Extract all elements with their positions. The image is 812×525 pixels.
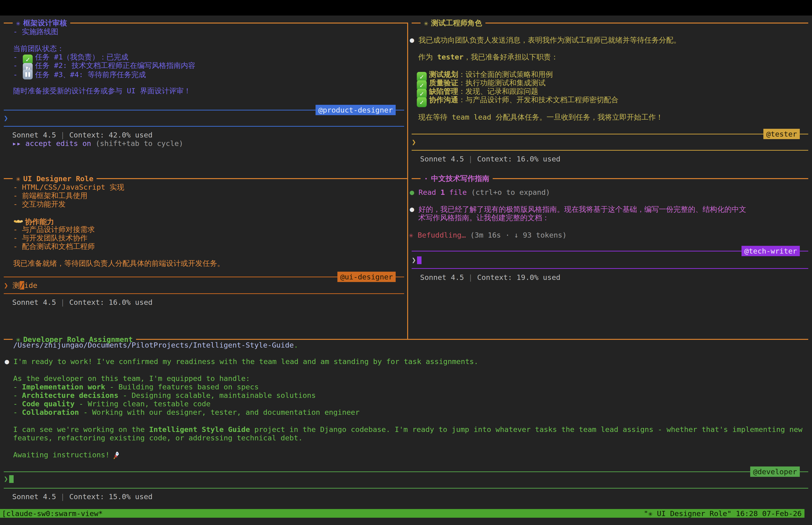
input-box-top-border: @ui-designer (4, 273, 404, 281)
spinner-meta-gap (466, 231, 470, 239)
status-bar-right: "✳ UI Designer Role" 16:28 07-Feb-26 (644, 509, 802, 518)
prompt-input[interactable]: ❯ (4, 475, 14, 483)
message-text: 我已成功向团队负责人发送消息，表明我作为测试工程师已就绪并等待任务分配。 (418, 36, 681, 44)
task-item-1: - 任务 #1（我负责）：已完成 (13, 52, 128, 61)
cap-rest: - Working with our designer, tester, and… (79, 408, 359, 417)
input-box-bottom-border (4, 126, 404, 127)
pane-title-label: 测试工程师角色 (431, 18, 482, 28)
task-prefix: - (13, 52, 22, 61)
duty-desc: 发现、记录和跟踪问题 (465, 87, 538, 95)
bullet-icon: ● (410, 205, 418, 213)
cap-bold: Implementation work (22, 382, 105, 391)
dot-icon: · (424, 174, 428, 183)
permission-mode-line: ▸▸ accept edits on (shift+tab to cycle) (12, 139, 183, 148)
duty-item-1: 测试规划：设计全面的测试策略和用例 (416, 70, 553, 78)
separator: | (464, 155, 477, 163)
agent-badge: @tester (763, 129, 800, 139)
rocket-icon (112, 451, 121, 461)
input-box-top-border: @tester (412, 130, 808, 138)
spinner-icon: ✳ (409, 231, 413, 239)
path-period: . (294, 341, 298, 349)
read-hint: (ctrl+o to expand) (471, 188, 550, 196)
project-paragraph-line-2: features, refactoring existing code, or … (13, 434, 303, 442)
model-status-line: Sonnet 4.5 | Context: 16.0% used (420, 155, 561, 163)
prompt-chevron-icon: ❯ (4, 475, 8, 483)
intro-pre: 作为 (418, 52, 437, 61)
cap-bold: Code quality (22, 400, 75, 408)
read-pre: Read (418, 188, 440, 196)
model-name: Sonnet 4.5 (12, 298, 56, 306)
block-cursor (417, 256, 422, 264)
assistant-message: ● I'm ready to work! I've confirmed my r… (5, 357, 478, 366)
top-black-strip (0, 0, 812, 15)
skill-item-1: - HTML/CSS/JavaScript 实现 (13, 183, 124, 191)
roadmap-line: - 实施路线图 (13, 27, 58, 36)
cap-prefix: - (13, 408, 22, 417)
equipped-heading: As the developer on this team, I'm equip… (13, 374, 250, 382)
spinner-word-gap (413, 231, 418, 239)
awaiting-text: Awaiting instructions! (13, 450, 110, 459)
spark-icon: ✳ (16, 19, 20, 27)
pane-product-designer[interactable] (0, 15, 408, 178)
waiting-line: 现在等待 team lead 分配具体任务。一旦收到任务，我将立即开始工作！ (418, 113, 663, 121)
pane-title-product-designer: ✳ 框架设计审核 (4, 19, 408, 27)
input-box-bottom-border (412, 150, 808, 151)
border-line (486, 22, 808, 24)
mode-arrows-icon: ▸▸ (12, 139, 21, 148)
duty-sep: ： (458, 87, 465, 95)
duty-desc: 设计全面的测试策略和用例 (465, 70, 553, 78)
bullet-icon: ● (410, 36, 418, 44)
capability-item-1: - Implementation work - Building feature… (13, 382, 259, 391)
accent-line (412, 134, 763, 134)
prompt-chevron-icon: ❯ (412, 138, 416, 146)
pane-tech-writer[interactable] (408, 178, 812, 339)
accent-line-tail (396, 110, 404, 110)
accent-line-tail (800, 251, 808, 252)
prompt-input[interactable]: ❯ (412, 256, 422, 264)
tool-result-line[interactable]: ● Read 1 file (ctrl+o to expand) (410, 188, 550, 196)
assistant-message-line-2: 术写作风格指南。让我创建完整的文档： (418, 213, 549, 222)
mode-hint (91, 139, 96, 148)
prompt-input[interactable]: ❯ (4, 114, 8, 122)
prompt-input[interactable]: ❯ (412, 138, 416, 146)
context-usage: Context: 16.0% used (69, 298, 153, 306)
typed-text: 测 (13, 281, 20, 289)
task-text: 任务 #3、#4: 等待前序任务完成 (35, 70, 146, 79)
input-box-bottom-border (4, 293, 404, 294)
input-box-bottom-border (4, 488, 808, 489)
border-line (493, 178, 808, 179)
project-path: /Users/zhijungao/Documents/PilotProjects… (13, 341, 294, 349)
assistant-message: ● 我已成功向团队负责人发送消息，表明我作为测试工程师已就绪并等待任务分配。 (410, 36, 681, 44)
cap-bold: Architecture decisions (22, 391, 119, 400)
skill-item-2: - 前端框架和工具使用 (13, 191, 88, 200)
skill-item-3: - 交互功能开发 (13, 200, 65, 208)
accent-line (412, 251, 741, 252)
input-box-top-border: @tech-writer (412, 247, 808, 255)
prompt-input[interactable]: ❯ 测/ide (4, 281, 37, 289)
separator: | (56, 298, 69, 306)
duty-item-2: 质量验证：执行功能测试和集成测试 (416, 78, 546, 87)
cap-rest: - Writing clean, testable code (75, 400, 211, 408)
mode-label (21, 139, 25, 148)
accent-line (4, 471, 750, 472)
model-name: Sonnet 4.5 (12, 131, 56, 139)
ready-line: 随时准备接受新的设计任务或参与 UI 界面设计评审！ (13, 87, 191, 95)
border-line (96, 178, 408, 179)
session-window-name[interactable]: [claude-sw0:swarm-view* (2, 509, 103, 518)
task-text: 任务 #2: 技术文档工程师正在编写风格指南内容 (35, 61, 195, 70)
cap-prefix: - (13, 382, 22, 391)
agent-badge: @product-designer (316, 105, 396, 115)
accent-line-tail (800, 134, 808, 134)
accent-line (4, 110, 316, 110)
capability-item-2: - Architecture decisions - Designing sca… (13, 391, 316, 400)
bullet-icon: ● (5, 357, 13, 366)
collab-heading: 协作能力 (13, 217, 54, 225)
intro-role: tester (437, 52, 463, 61)
border-dash (4, 339, 13, 340)
ready-line: 我已准备就绪，等待团队负责人分配具体的前端设计或开发任务。 (13, 259, 224, 267)
typed-text-pre (8, 281, 13, 289)
prompt-chevron-icon: ❯ (4, 114, 8, 122)
duty-sep: ： (458, 70, 465, 78)
para-bold: Intelligent Style Guide (149, 425, 250, 434)
context-usage: Context: 19.0% used (477, 273, 561, 282)
